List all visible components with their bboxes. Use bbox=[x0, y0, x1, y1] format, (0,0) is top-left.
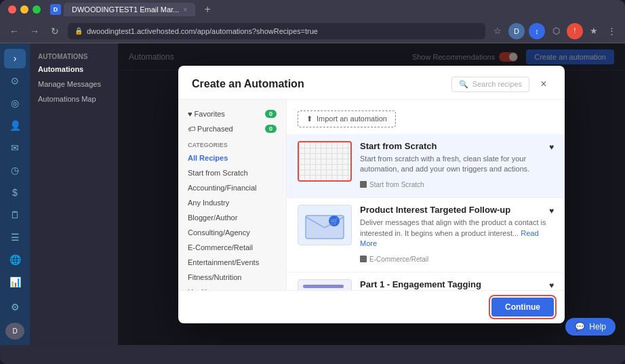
import-label: Import an automation bbox=[317, 115, 387, 123]
category-entertainment[interactable]: Entertainment/Events bbox=[178, 255, 286, 270]
lock-icon: 🔒 bbox=[75, 27, 83, 35]
sidebar-icon-deals[interactable]: $ bbox=[4, 183, 26, 203]
import-automation-button[interactable]: ⬆ Import an automation bbox=[298, 110, 396, 127]
sidebar-icon-email[interactable]: ✉ bbox=[4, 138, 26, 158]
recipe-name-scratch: Start from Scratch bbox=[360, 141, 554, 151]
favorites-label: ♥ Favorites bbox=[188, 110, 225, 118]
tab-close-icon[interactable]: × bbox=[183, 6, 187, 14]
category-ecommerce[interactable]: E-Commerce/Retail bbox=[178, 240, 286, 255]
continue-button[interactable]: Continue bbox=[491, 298, 554, 317]
new-tab-button[interactable]: + bbox=[201, 3, 214, 16]
modal-title: Create an Automation bbox=[192, 78, 304, 90]
envelope-svg: 🛒 bbox=[304, 210, 345, 241]
category-healthcare[interactable]: Healthcare bbox=[178, 285, 286, 290]
categories-header: CATEGORIES bbox=[178, 136, 286, 150]
profile-avatar[interactable]: D bbox=[508, 23, 525, 39]
star-icon[interactable]: ★ bbox=[587, 24, 601, 38]
category-fitness[interactable]: Fitness/Nutrition bbox=[178, 270, 286, 285]
refresh-button[interactable]: ↻ bbox=[47, 24, 62, 39]
recipe-name-product: Product Interest Targeted Follow-up bbox=[360, 205, 554, 215]
recipe-list: ⬆ Import an automation Start fr bbox=[287, 100, 565, 290]
sidebar-icon-analytics[interactable]: 📊 bbox=[4, 272, 26, 292]
user-avatar[interactable]: D bbox=[5, 323, 24, 340]
category-accounting[interactable]: Accounting/Financial bbox=[178, 180, 286, 195]
search-box[interactable]: 🔍 Search recipes bbox=[451, 77, 529, 92]
scratch-grid-pattern bbox=[299, 142, 350, 180]
sidebar-icon-settings[interactable]: ⚙ bbox=[4, 298, 26, 317]
tag-icon-product bbox=[360, 256, 367, 262]
modal-footer: Continue bbox=[178, 290, 565, 323]
back-button[interactable]: ← bbox=[7, 24, 22, 39]
recipe-item-engagement[interactable]: → Part 1 - Engagement Tagging Keep up-to… bbox=[287, 272, 565, 289]
sidebar-icon-users[interactable]: 👤 bbox=[4, 116, 26, 136]
heart-icon-product[interactable]: ♥ bbox=[549, 206, 554, 216]
envelope-illustration: 🛒 bbox=[298, 205, 351, 245]
sidebar-icon-site[interactable]: 🌐 bbox=[4, 250, 26, 270]
modal-close-button[interactable]: × bbox=[536, 77, 551, 92]
modal-header-right: 🔍 Search recipes × bbox=[451, 77, 551, 92]
category-blogger[interactable]: Blogger/Author bbox=[178, 210, 286, 225]
help-button[interactable]: 💬 Help bbox=[565, 318, 616, 336]
recipe-desc-product: Deliver messages that align with the pro… bbox=[360, 218, 554, 249]
sidebar-icon-automations[interactable]: ◷ bbox=[4, 161, 26, 180]
url-bar[interactable]: 🔒 dwoodingtest1.activehosted.com/app/aut… bbox=[68, 23, 485, 39]
recipe-info-product: Product Interest Targeted Follow-up Deli… bbox=[360, 205, 554, 265]
sidebar-icon-lists[interactable]: ☰ bbox=[4, 228, 26, 247]
sidebar-icon-search[interactable]: ⊙ bbox=[4, 71, 26, 91]
wide-sidebar: Automations Automations Manage Messages … bbox=[30, 43, 118, 345]
modal-sidebar: ♥ Favorites 0 🏷 Purchased 0 CATEGORIES A… bbox=[178, 100, 287, 290]
import-icon: ⬆ bbox=[306, 115, 312, 123]
recipe-tag-product: E-Commerce/Retail bbox=[360, 256, 428, 263]
minimize-traffic-light[interactable] bbox=[20, 5, 28, 14]
close-traffic-light[interactable] bbox=[8, 5, 16, 14]
menu-icon[interactable]: ⋮ bbox=[605, 24, 618, 38]
narrow-sidebar: › ⊙ ◎ 👤 ✉ ◷ $ 🗒 ☰ 🌐 📊 ⚙ D bbox=[0, 43, 30, 345]
extensions-icon[interactable]: ⬡ bbox=[549, 24, 563, 38]
sidebar-favorites[interactable]: ♥ Favorites 0 bbox=[178, 106, 286, 121]
url-text: dwoodingtest1.activehosted.com/app/autom… bbox=[87, 27, 318, 35]
category-all-recipes[interactable]: All Recipes bbox=[178, 150, 286, 165]
sidebar-icon-contacts[interactable]: ◎ bbox=[4, 94, 26, 113]
search-icon: 🔍 bbox=[459, 80, 468, 89]
recipe-name-engagement: Part 1 - Engagement Tagging bbox=[360, 279, 554, 289]
category-consulting[interactable]: Consulting/Agency bbox=[178, 225, 286, 240]
recipe-desc-scratch: Start from scratch with a fresh, clean s… bbox=[360, 154, 554, 175]
help-icon: 💬 bbox=[575, 322, 585, 331]
tab-title: DWOODINGTEST1 Email Mar... bbox=[72, 5, 179, 14]
sidebar-item-automations[interactable]: Automations bbox=[30, 62, 118, 77]
recipe-thumb-engagement: → bbox=[298, 279, 352, 289]
recipe-thumb-scratch bbox=[298, 141, 352, 182]
modal-body: ♥ Favorites 0 🏷 Purchased 0 CATEGORIES A… bbox=[178, 100, 565, 290]
tag-icon-scratch bbox=[360, 181, 367, 188]
recipe-tag-label-scratch: Start from Scratch bbox=[369, 181, 424, 188]
browser-tab[interactable]: DWOODINGTEST1 Email Mar... × bbox=[64, 3, 195, 16]
notification-icon[interactable]: ! bbox=[567, 23, 583, 39]
heart-icon-scratch[interactable]: ♥ bbox=[549, 142, 554, 152]
main-content: Automations Show Recommendations Create … bbox=[118, 43, 625, 345]
forward-button[interactable]: → bbox=[27, 24, 42, 39]
recipe-info-scratch: Start from Scratch Start from scratch wi… bbox=[360, 141, 554, 191]
recipe-tag-label-product: E-Commerce/Retail bbox=[369, 256, 428, 263]
titlebar: D DWOODINGTEST1 Email Mar... × + bbox=[0, 0, 625, 19]
favorites-count: 0 bbox=[265, 110, 277, 118]
sidebar-purchased[interactable]: 🏷 Purchased 0 bbox=[178, 121, 286, 136]
purchased-label: 🏷 Purchased bbox=[188, 125, 233, 133]
recipe-item-product[interactable]: 🛒 Product Interest Targeted Follow-up De… bbox=[287, 198, 565, 272]
maximize-traffic-light[interactable] bbox=[33, 5, 41, 14]
heart-icon-engagement[interactable]: ♥ bbox=[549, 281, 554, 289]
sidebar-item-messages[interactable]: Manage Messages bbox=[30, 77, 118, 92]
tab-favicon: D bbox=[50, 4, 61, 15]
sidebar-icon-nav[interactable]: › bbox=[4, 49, 26, 68]
help-label: Help bbox=[589, 322, 606, 331]
category-scratch[interactable]: Start from Scratch bbox=[178, 165, 286, 180]
bookmark-icon[interactable]: ☆ bbox=[491, 24, 504, 38]
purchased-count: 0 bbox=[265, 125, 277, 133]
import-btn-row: ⬆ Import an automation bbox=[287, 106, 565, 134]
sync-icon[interactable]: ↕ bbox=[529, 23, 545, 39]
sidebar-item-map[interactable]: Automations Map bbox=[30, 92, 118, 106]
sidebar-icon-reports[interactable]: 🗒 bbox=[4, 205, 26, 225]
recipe-item-scratch[interactable]: Start from Scratch Start from scratch wi… bbox=[287, 134, 565, 199]
category-any-industry[interactable]: Any Industry bbox=[178, 195, 286, 210]
sidebar-section-label: Automations bbox=[30, 49, 118, 62]
svg-text:🛒: 🛒 bbox=[330, 217, 339, 226]
